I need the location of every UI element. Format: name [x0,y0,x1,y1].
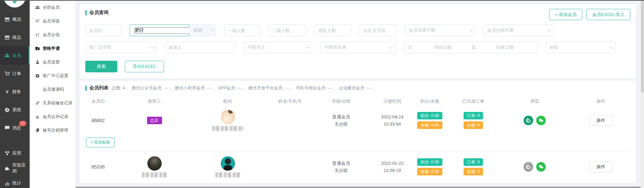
date-end[interactable]: 结束日期 [476,44,534,50]
member-stats: 总数: 4， 微信公众号会员: ---， 微信小程序会员: ---， APP会员… [112,85,375,91]
member-query-panel: 会员查询 + 添加会员 会员EXCEL导入 ⊗ 昵称 [80,4,636,78]
logo-area [0,0,30,10]
nav-item-members[interactable]: 会员 [0,46,30,64]
member-level: 普通会员 [332,114,350,119]
col-name-phone: 姓名/手机号 [271,98,309,104]
tag-select[interactable]: 标签 [546,42,616,53]
level-group-cell: 普通会员 无分组 [309,160,374,174]
submenu-label: 推广中心设置 [43,73,68,79]
submenu-label: 会员合并记录 [43,114,68,120]
member-id-input[interactable] [89,28,118,33]
team-count-input[interactable] [318,28,348,33]
submenu-label: 账号注销管理 [43,128,68,133]
link-icon [35,101,40,105]
submenu-label: 会员邀请码 [43,87,64,92]
search-button[interactable]: 搜索 [85,61,117,72]
open-platform-circle-icon[interactable] [524,116,533,125]
screen: 概况 商品 会员 订单 ¥ 财务 系统 消息 17 应用 [0,0,644,188]
level1-count-input[interactable] [228,28,257,33]
member-level-select[interactable]: 会员等级不限 [405,25,475,36]
nav-item-overview[interactable]: 概况 [0,10,30,28]
date-range-picker[interactable]: 开始日期 至 结束日期 [404,42,538,53]
follow-select[interactable]: 不限关注 [244,42,312,53]
export-excel-button[interactable]: 导出EXCEL [125,61,164,72]
points-badge: 积分: 0.00 [417,112,442,119]
submenu-item-qualification-apply[interactable]: 资格申请 [30,42,75,55]
submenu-item-member-groups[interactable]: AZ 会员分组 [30,28,75,42]
nav-item-system[interactable]: 系统 [0,101,30,119]
nav-label: 安装应用 [12,162,30,174]
teal-portrait-avatar[interactable] [221,156,235,171]
keyword-type-value: 昵称 [193,27,202,33]
nav-item-orders[interactable]: 订单 [0,64,30,83]
primary-sidebar: 概况 商品 会员 订单 ¥ 财务 系统 消息 17 应用 [0,0,30,188]
promoter-select[interactable]: 推广员不限 [85,42,157,53]
level2-count-input[interactable] [272,28,303,33]
submenu-item-all-members[interactable]: 全部会员 [30,1,75,14]
submenu-item-invite-code[interactable]: 会员邀请码 [30,83,75,96]
nav-item-messages[interactable]: 消息 17 [0,119,30,137]
dark-portrait-avatar[interactable] [147,156,162,171]
excel-import-button[interactable]: 会员EXCEL导入 [586,9,630,20]
type-cell [498,116,571,125]
submenu-item-promotion-center-settings[interactable]: 推广中心设置 [30,69,75,83]
table-row: 85336 普通会员 无分组 2022-01-22 21:09:19 [85,152,630,182]
chevron-down-icon [547,28,551,31]
referrer-input[interactable] [169,45,232,50]
nav-item-statistics[interactable]: 统计 [0,176,30,188]
gear-icon [4,107,10,113]
nav-item-install-apps[interactable]: 安装应用 [0,161,30,176]
reg-time-cell: 2022-04-14 15:33:54 [374,113,411,128]
list-panel-title: 会员列表 [89,85,108,91]
cat-avatar[interactable] [221,110,235,124]
tag-value: 标签 [550,44,558,50]
yen-icon: ¥ [4,89,10,95]
row-action-button[interactable]: 操作 [589,115,613,126]
member-id: 86882 [85,118,125,123]
level-group-cell: 普通会员 无分组 [309,113,374,128]
blacklist-select[interactable]: 不限黑名单 [320,42,396,53]
keyword-input[interactable] [134,27,196,34]
submenu-item-merge-records[interactable]: 会员合并记录 [30,110,75,124]
wechat-circle-icon[interactable] [536,162,546,172]
team-count-field [314,25,351,36]
horizontal-scrollbar[interactable] [76,187,641,188]
chart-icon [4,180,10,186]
col-fans: 粉丝 [184,98,271,104]
member-group-select[interactable]: 会员分组不限 [483,25,554,36]
submenu-label: 会员设置 [43,59,60,65]
promoter-value: 推广员不限 [89,44,111,50]
submenu-item-member-settings[interactable]: 会员设置 [30,55,75,69]
amount-badge: 金额: 0 [464,168,483,175]
submenu-item-account-cancellation[interactable]: 账号注销管理 [30,124,75,137]
nav-label: 订单 [12,71,21,77]
keyword-type-select[interactable]: 昵称 [189,25,216,36]
scrollbar-thumb[interactable] [641,1,644,93]
keyword-field-group: ⊗ 昵称 [130,25,216,36]
main-content: 会员查询 + 添加会员 会员EXCEL导入 ⊗ 昵称 [76,0,641,188]
add-member-button[interactable]: + 添加会员 [549,9,582,20]
referrer-cell [125,156,184,177]
actions-cell: 操作 [571,161,630,172]
reg-time: 15:33:54 [384,121,401,127]
vertical-scrollbar[interactable] [641,0,644,188]
add-tag-button[interactable]: + 添加标签 [86,138,115,147]
custom-field-input[interactable] [363,28,393,33]
nav-label: 财务 [12,89,21,95]
level2-count-field [268,25,306,36]
nav-item-products[interactable]: 商品 [0,28,30,46]
group-people-icon [35,5,40,10]
date-start[interactable]: 开始日期 [414,44,472,50]
open-platform-circle-gray-icon[interactable] [524,162,533,172]
wechat-circle-icon[interactable] [536,116,546,125]
bar-chart-icon [35,114,40,119]
row-action-button[interactable]: 操作 [589,161,613,172]
code-icon [35,87,40,92]
submenu-label: 关系链修改记录 [43,100,73,106]
nav-item-finance[interactable]: ¥ 财务 [0,83,30,101]
submenu-item-member-levels[interactable]: 会员等级 [30,14,75,28]
chevron-down-icon [609,45,613,48]
submenu-item-relation-chain-log[interactable]: 关系链修改记录 [30,96,75,110]
apps-icon [4,150,10,156]
nav-item-apps[interactable]: 应用 [0,146,30,161]
